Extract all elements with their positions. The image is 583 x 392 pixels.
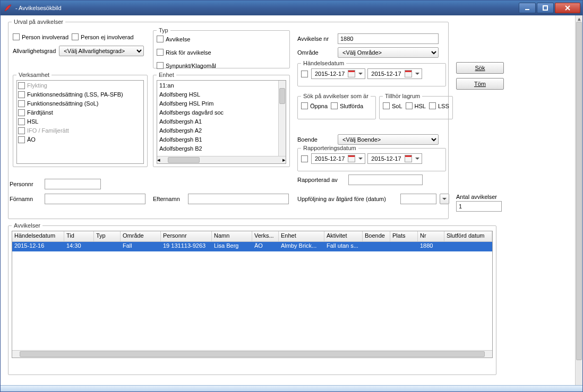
grid-column-header[interactable]: Tid — [64, 231, 94, 241]
avvikelser-grid[interactable]: HändelsedatumTidTypOmrådePersonnrNamnVer… — [12, 231, 493, 358]
svg-rect-1 — [543, 6, 547, 10]
uppfoljning-input[interactable] — [400, 194, 436, 204]
enhet-item[interactable]: Adolfsbergs dagvård soc — [158, 108, 277, 117]
grid-column-header[interactable]: Nr — [418, 231, 444, 241]
fornamn-input[interactable] — [45, 194, 145, 204]
rapporteringsdatum-group: Rapporteringsdatum 2015-12-17 2015-12-17 — [297, 145, 446, 171]
verksamhet-item[interactable]: Funktionsnedsättning (SoL) — [18, 99, 135, 108]
rapportering-to-input[interactable]: 2015-12-17 — [367, 153, 422, 164]
verksamhet-item[interactable]: Flykting — [18, 81, 135, 90]
uppfoljning-dropdown[interactable] — [440, 194, 449, 204]
personnr-label: Personnr — [10, 181, 41, 187]
hsl-checkbox[interactable]: HSL — [406, 102, 426, 109]
oppna-checkbox[interactable]: Öppna — [301, 102, 328, 109]
allvarlighetsgrad-label: Allvarlighetsgrad — [13, 48, 56, 54]
enhet-item[interactable]: Adolfsbergsh B2 — [158, 144, 277, 153]
calendar-icon — [405, 70, 412, 77]
omrade-combo[interactable]: <Välj Område> — [338, 47, 439, 58]
calendar-icon — [405, 155, 412, 162]
typ-group: Typ Avvikelse Risk för avvikelse Synpunk… — [153, 27, 290, 68]
verksamhet-listbox[interactable]: FlyktingFunktionsnedsättning (LSS, PA-SF… — [16, 80, 144, 164]
calendar-icon — [348, 155, 355, 162]
boende-label: Boende — [297, 136, 335, 143]
handelsedatum-from-input[interactable]: 2015-12-17 — [311, 68, 365, 79]
handelsedatum-from-enable[interactable] — [301, 71, 308, 77]
grid-column-header[interactable]: Typ — [94, 231, 121, 241]
omrade-label: Område — [297, 49, 335, 56]
typ-synpunkt-checkbox[interactable]: Synpunkt/Klagomål — [157, 62, 286, 69]
slutforda-checkbox[interactable]: Slutförda — [331, 102, 363, 109]
taskbar — [1, 385, 582, 391]
avvikelse-nr-label: Avvikelse nr — [297, 36, 335, 42]
enhet-item[interactable]: Adolfsberg HSL — [158, 90, 277, 99]
rapporterad-av-input[interactable] — [348, 175, 423, 185]
handelsedatum-group: Händelsedatum 2015-12-17 2015-12-17 — [297, 60, 446, 86]
grid-column-header[interactable]: Verks... — [252, 231, 279, 241]
sol-checkbox[interactable]: SoL — [383, 102, 402, 109]
tillhor-group: Tillhör lagrum SoL HSL LSS — [379, 93, 453, 119]
app-feather-icon — [4, 4, 12, 12]
urval-group: Urval på avvikelser Person involverad Pe… — [8, 19, 449, 219]
fornamn-label: Förnamn — [10, 196, 41, 202]
enhet-item[interactable]: Adolfsbergsh A1 — [158, 117, 277, 126]
rapportering-from-input[interactable]: 2015-12-17 — [311, 153, 365, 164]
verksamhet-item[interactable]: Färdtjänst — [18, 108, 135, 117]
avvikelser-group: Avvikelser HändelsedatumTidTypOmrådePers… — [8, 222, 496, 375]
minimize-button[interactable] — [519, 3, 536, 13]
maximize-button[interactable] — [537, 3, 554, 13]
grid-row[interactable]: 2015-12-1614:30Fall19 131113-9263Lisa Be… — [12, 242, 492, 251]
titlebar: - Avvikelsesökbild — [1, 1, 582, 15]
verksamhet-item[interactable]: IFO / Familjerätt — [18, 126, 135, 135]
grid-column-header[interactable]: Område — [121, 231, 161, 241]
grid-column-header[interactable]: Händelsedatum — [12, 231, 64, 241]
client-area: Urval på avvikelser Person involverad Pe… — [1, 15, 575, 377]
uppfoljning-label: Uppföljning av åtgärd före (datum) — [297, 196, 386, 202]
enhet-item[interactable]: 11:an — [158, 81, 277, 90]
sok-pa-group: Sök på avvikelser som är Öppna Slutförda — [297, 93, 376, 119]
grid-scrollbar-h[interactable] — [12, 350, 492, 358]
enhet-scrollbar-v[interactable] — [278, 81, 286, 156]
app-window: - Avvikelsesökbild ▴ ▾ Urval på avvikels… — [0, 0, 583, 392]
typ-avvikelse-checkbox[interactable]: Avvikelse — [157, 36, 286, 42]
person-involverad-checkbox[interactable]: Person involverad — [13, 33, 68, 40]
rapporterad-av-label: Rapporterad av — [297, 177, 345, 183]
verksamhet-item[interactable]: ÄO — [18, 135, 135, 144]
enhet-group: Enhet 11:anAdolfsberg HSLAdolfsberg HSL … — [153, 72, 290, 167]
lss-checkbox[interactable]: LSS — [429, 102, 449, 109]
enhet-listbox[interactable]: 11:anAdolfsberg HSLAdolfsberg HSL PrimAd… — [157, 80, 286, 164]
sok-button[interactable]: Sök — [456, 62, 504, 74]
grid-column-header[interactable]: Personnr — [161, 231, 212, 241]
main-vertical-scrollbar[interactable]: ▴ ▾ — [575, 15, 582, 391]
grid-column-header[interactable]: Boende — [363, 231, 390, 241]
verksamhet-item[interactable]: Funktionsnedsättning (LSS, PA-SFB) — [18, 90, 135, 99]
enhet-item[interactable]: Adolfsbergsh B1 — [158, 135, 277, 144]
rapportering-from-enable[interactable] — [301, 155, 308, 162]
allvarlighetsgrad-combo[interactable]: <Välj Allvarlighetsgrad> — [59, 46, 144, 56]
urval-legend: Urval på avvikelser — [12, 19, 65, 25]
grid-column-header[interactable]: Namn — [212, 231, 252, 241]
tom-button[interactable]: Töm — [456, 78, 504, 90]
boende-combo[interactable]: <Välj Boende> — [338, 134, 439, 145]
avvikelse-nr-input[interactable] — [338, 33, 439, 44]
verksamhet-group: Verksamhet FlyktingFunktionsnedsättning … — [13, 72, 148, 167]
handelsedatum-to-input[interactable]: 2015-12-17 — [367, 68, 422, 79]
enhet-item[interactable]: Adolfsberg HSL Prim — [158, 99, 277, 108]
person-ej-involverad-checkbox[interactable]: Person ej involverad — [72, 33, 134, 40]
grid-column-header[interactable]: Enhet — [279, 231, 324, 241]
verksamhet-item[interactable]: HSL — [18, 117, 135, 126]
close-button[interactable] — [555, 3, 580, 13]
enhet-item[interactable]: Adolfsbergsh A2 — [158, 126, 277, 135]
typ-risk-checkbox[interactable]: Risk för avvikelse — [157, 49, 286, 56]
window-title: - Avvikelsesökbild — [15, 5, 518, 11]
efternamn-label: Efternamn — [153, 196, 185, 202]
grid-column-header[interactable]: Plats — [390, 231, 418, 241]
calendar-icon — [348, 70, 355, 77]
efternamn-input[interactable] — [188, 194, 289, 204]
grid-column-header[interactable]: Aktivitet — [324, 231, 363, 241]
personnr-input[interactable] — [45, 179, 101, 189]
enhet-scrollbar-h[interactable]: ◂▸ — [157, 156, 286, 163]
antal-value — [456, 201, 502, 212]
antal-label: Antal avvikelser — [456, 194, 509, 200]
grid-column-header[interactable]: Slutförd datum — [444, 231, 492, 241]
